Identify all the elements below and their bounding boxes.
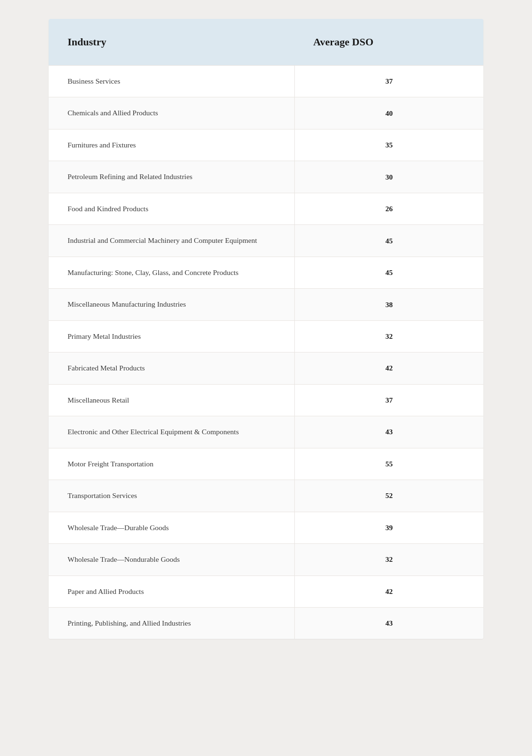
dso-cell: 39: [294, 512, 483, 543]
table-header: Industry Average DSO: [49, 19, 483, 65]
industry-cell: Transportation Services: [49, 480, 294, 511]
dso-cell: 37: [294, 385, 483, 416]
table-row: Furnitures and Fixtures35: [49, 129, 483, 161]
industry-cell: Manufacturing: Stone, Clay, Glass, and C…: [49, 257, 294, 288]
header-dso-cell: Average DSO: [294, 19, 483, 65]
dso-cell: 26: [294, 193, 483, 224]
industry-cell: Fabricated Metal Products: [49, 352, 294, 384]
header-industry-cell: Industry: [49, 19, 294, 65]
table-row: Wholesale Trade—Durable Goods39: [49, 512, 483, 543]
industry-cell: Wholesale Trade—Nondurable Goods: [49, 544, 294, 575]
dso-cell: 52: [294, 480, 483, 511]
industry-cell: Chemicals and Allied Products: [49, 97, 294, 129]
table-row: Miscellaneous Manufacturing Industries38: [49, 288, 483, 320]
table-row: Printing, Publishing, and Allied Industr…: [49, 607, 483, 639]
industry-cell: Petroleum Refining and Related Industrie…: [49, 161, 294, 192]
industry-cell: Electronic and Other Electrical Equipmen…: [49, 416, 294, 447]
table-row: Industrial and Commercial Machinery and …: [49, 224, 483, 256]
table-row: Business Services37: [49, 65, 483, 97]
industry-cell: Furnitures and Fixtures: [49, 129, 294, 161]
table-row: Food and Kindred Products26: [49, 193, 483, 224]
dso-cell: 32: [294, 321, 483, 352]
industry-cell: Miscellaneous Retail: [49, 385, 294, 416]
industry-cell: Paper and Allied Products: [49, 576, 294, 607]
dso-cell: 55: [294, 448, 483, 480]
table-row: Electronic and Other Electrical Equipmen…: [49, 416, 483, 447]
table-row: Transportation Services52: [49, 480, 483, 511]
industry-dso-table: Industry Average DSO Business Services37…: [49, 19, 483, 639]
dso-column-label: Average DSO: [313, 36, 373, 48]
table-row: Petroleum Refining and Related Industrie…: [49, 161, 483, 192]
dso-cell: 42: [294, 576, 483, 607]
industry-cell: Business Services: [49, 66, 294, 97]
industry-cell: Motor Freight Transportation: [49, 448, 294, 480]
industry-cell: Printing, Publishing, and Allied Industr…: [49, 608, 294, 639]
table-row: Miscellaneous Retail37: [49, 384, 483, 416]
industry-cell: Primary Metal Industries: [49, 321, 294, 352]
table-row: Fabricated Metal Products42: [49, 352, 483, 384]
industry-cell: Food and Kindred Products: [49, 193, 294, 224]
table-body: Business Services37Chemicals and Allied …: [49, 65, 483, 639]
dso-cell: 42: [294, 352, 483, 384]
dso-cell: 38: [294, 289, 483, 320]
dso-cell: 43: [294, 416, 483, 447]
dso-cell: 40: [294, 97, 483, 129]
industry-column-label: Industry: [68, 36, 106, 48]
dso-cell: 37: [294, 66, 483, 97]
dso-cell: 35: [294, 129, 483, 161]
table-row: Manufacturing: Stone, Clay, Glass, and C…: [49, 257, 483, 288]
table-row: Chemicals and Allied Products40: [49, 97, 483, 129]
industry-cell: Wholesale Trade—Durable Goods: [49, 512, 294, 543]
industry-cell: Miscellaneous Manufacturing Industries: [49, 289, 294, 320]
dso-cell: 32: [294, 544, 483, 575]
table-row: Paper and Allied Products42: [49, 576, 483, 607]
industry-cell: Industrial and Commercial Machinery and …: [49, 225, 294, 256]
table-row: Primary Metal Industries32: [49, 320, 483, 352]
table-row: Motor Freight Transportation55: [49, 448, 483, 480]
dso-cell: 45: [294, 225, 483, 256]
dso-cell: 43: [294, 608, 483, 639]
dso-cell: 45: [294, 257, 483, 288]
table-row: Wholesale Trade—Nondurable Goods32: [49, 543, 483, 575]
dso-cell: 30: [294, 161, 483, 192]
